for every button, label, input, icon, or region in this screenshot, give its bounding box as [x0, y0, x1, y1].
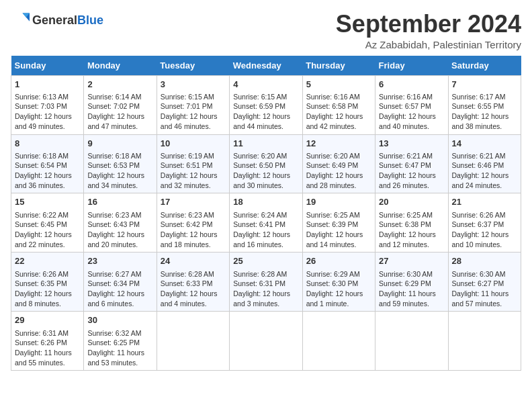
calendar-cell: 4Sunrise: 6:15 AM Sunset: 6:59 PM Daylig…	[230, 75, 302, 134]
day-number: 28	[452, 255, 517, 267]
day-info: Sunrise: 6:28 AM Sunset: 6:31 PM Dayligh…	[233, 269, 298, 309]
day-info: Sunrise: 6:19 AM Sunset: 6:51 PM Dayligh…	[161, 151, 226, 191]
calendar-cell	[302, 312, 375, 371]
day-info: Sunrise: 6:13 AM Sunset: 7:03 PM Dayligh…	[15, 92, 80, 132]
day-info: Sunrise: 6:23 AM Sunset: 6:42 PM Dayligh…	[161, 210, 226, 250]
calendar-cell	[448, 312, 521, 371]
day-number: 17	[161, 196, 226, 208]
day-info: Sunrise: 6:22 AM Sunset: 6:45 PM Dayligh…	[15, 210, 80, 250]
col-header-tuesday: Tuesday	[157, 56, 229, 76]
day-info: Sunrise: 6:29 AM Sunset: 6:30 PM Dayligh…	[306, 269, 371, 309]
day-info: Sunrise: 6:26 AM Sunset: 6:35 PM Dayligh…	[15, 269, 80, 309]
day-number: 27	[379, 255, 444, 267]
day-info: Sunrise: 6:21 AM Sunset: 6:46 PM Dayligh…	[452, 151, 517, 191]
calendar-cell: 3Sunrise: 6:15 AM Sunset: 7:01 PM Daylig…	[157, 75, 229, 134]
calendar-cell: 1Sunrise: 6:13 AM Sunset: 7:03 PM Daylig…	[11, 75, 84, 134]
calendar-cell: 24Sunrise: 6:28 AM Sunset: 6:33 PM Dayli…	[157, 253, 229, 312]
calendar-cell	[230, 312, 302, 371]
day-number: 22	[15, 255, 80, 267]
day-number: 15	[15, 196, 80, 208]
col-header-sunday: Sunday	[11, 56, 84, 76]
day-info: Sunrise: 6:24 AM Sunset: 6:41 PM Dayligh…	[233, 210, 298, 250]
month-title: September 2024	[336, 11, 521, 38]
day-info: Sunrise: 6:17 AM Sunset: 6:55 PM Dayligh…	[452, 92, 517, 132]
calendar-cell: 17Sunrise: 6:23 AM Sunset: 6:42 PM Dayli…	[157, 193, 229, 253]
day-number: 23	[87, 255, 152, 267]
header: GeneralBlue September 2024 Az Zababidah,…	[11, 11, 521, 50]
calendar-cell: 29Sunrise: 6:31 AM Sunset: 6:26 PM Dayli…	[11, 312, 84, 371]
logo: GeneralBlue	[11, 11, 103, 30]
calendar-cell	[375, 312, 448, 371]
generalblue-logo-icon	[11, 11, 30, 30]
day-number: 3	[161, 79, 226, 91]
day-info: Sunrise: 6:14 AM Sunset: 7:02 PM Dayligh…	[87, 92, 152, 132]
location-subtitle: Az Zababidah, Palestinian Territory	[336, 39, 521, 50]
day-number: 25	[233, 255, 298, 267]
day-number: 1	[15, 79, 80, 91]
col-header-monday: Monday	[84, 56, 157, 76]
calendar-cell: 20Sunrise: 6:25 AM Sunset: 6:38 PM Dayli…	[375, 193, 448, 253]
day-number: 16	[87, 196, 152, 208]
day-info: Sunrise: 6:30 AM Sunset: 6:29 PM Dayligh…	[379, 269, 444, 309]
calendar-cell: 30Sunrise: 6:32 AM Sunset: 6:25 PM Dayli…	[84, 312, 157, 371]
day-number: 26	[306, 255, 371, 267]
day-info: Sunrise: 6:15 AM Sunset: 6:59 PM Dayligh…	[233, 92, 298, 132]
day-info: Sunrise: 6:25 AM Sunset: 6:38 PM Dayligh…	[379, 210, 444, 250]
calendar-cell: 27Sunrise: 6:30 AM Sunset: 6:29 PM Dayli…	[375, 253, 448, 312]
day-info: Sunrise: 6:16 AM Sunset: 6:58 PM Dayligh…	[306, 92, 371, 132]
calendar-cell: 16Sunrise: 6:23 AM Sunset: 6:43 PM Dayli…	[84, 193, 157, 253]
day-number: 29	[15, 314, 80, 326]
calendar-cell: 15Sunrise: 6:22 AM Sunset: 6:45 PM Dayli…	[11, 193, 84, 253]
day-number: 19	[306, 196, 371, 208]
calendar-table: SundayMondayTuesdayWednesdayThursdayFrid…	[11, 56, 521, 371]
calendar-cell: 26Sunrise: 6:29 AM Sunset: 6:30 PM Dayli…	[302, 253, 375, 312]
calendar-cell: 5Sunrise: 6:16 AM Sunset: 6:58 PM Daylig…	[302, 75, 375, 134]
calendar-cell: 22Sunrise: 6:26 AM Sunset: 6:35 PM Dayli…	[11, 253, 84, 312]
calendar-cell: 9Sunrise: 6:18 AM Sunset: 6:53 PM Daylig…	[84, 134, 157, 193]
calendar-cell: 18Sunrise: 6:24 AM Sunset: 6:41 PM Dayli…	[230, 193, 302, 253]
day-info: Sunrise: 6:16 AM Sunset: 6:57 PM Dayligh…	[379, 92, 444, 132]
calendar-cell: 13Sunrise: 6:21 AM Sunset: 6:47 PM Dayli…	[375, 134, 448, 193]
day-number: 6	[379, 79, 444, 91]
day-number: 5	[306, 79, 371, 91]
day-number: 2	[87, 79, 152, 91]
calendar-cell: 8Sunrise: 6:18 AM Sunset: 6:54 PM Daylig…	[11, 134, 84, 193]
day-info: Sunrise: 6:27 AM Sunset: 6:34 PM Dayligh…	[87, 269, 152, 309]
day-number: 24	[161, 255, 226, 267]
day-number: 9	[87, 138, 152, 150]
logo-blue: Blue	[77, 13, 103, 27]
day-number: 30	[87, 314, 152, 326]
day-number: 11	[233, 138, 298, 150]
title-area: September 2024 Az Zababidah, Palestinian…	[336, 11, 521, 50]
day-number: 4	[233, 79, 298, 91]
logo-general: General	[32, 13, 77, 27]
day-info: Sunrise: 6:28 AM Sunset: 6:33 PM Dayligh…	[161, 269, 226, 309]
day-info: Sunrise: 6:26 AM Sunset: 6:37 PM Dayligh…	[452, 210, 517, 250]
day-info: Sunrise: 6:25 AM Sunset: 6:39 PM Dayligh…	[306, 210, 371, 250]
logo-text: GeneralBlue	[32, 14, 103, 27]
day-number: 20	[379, 196, 444, 208]
calendar-cell: 23Sunrise: 6:27 AM Sunset: 6:34 PM Dayli…	[84, 253, 157, 312]
day-number: 18	[233, 196, 298, 208]
day-number: 21	[452, 196, 517, 208]
calendar-cell: 14Sunrise: 6:21 AM Sunset: 6:46 PM Dayli…	[448, 134, 521, 193]
col-header-wednesday: Wednesday	[230, 56, 302, 76]
col-header-saturday: Saturday	[448, 56, 521, 76]
calendar-cell: 7Sunrise: 6:17 AM Sunset: 6:55 PM Daylig…	[448, 75, 521, 134]
day-info: Sunrise: 6:15 AM Sunset: 7:01 PM Dayligh…	[161, 92, 226, 132]
day-number: 14	[452, 138, 517, 150]
calendar-cell: 21Sunrise: 6:26 AM Sunset: 6:37 PM Dayli…	[448, 193, 521, 253]
day-info: Sunrise: 6:30 AM Sunset: 6:27 PM Dayligh…	[452, 269, 517, 309]
calendar-cell: 19Sunrise: 6:25 AM Sunset: 6:39 PM Dayli…	[302, 193, 375, 253]
col-header-thursday: Thursday	[302, 56, 375, 76]
day-info: Sunrise: 6:32 AM Sunset: 6:25 PM Dayligh…	[87, 328, 152, 368]
day-info: Sunrise: 6:23 AM Sunset: 6:43 PM Dayligh…	[87, 210, 152, 250]
calendar-cell: 25Sunrise: 6:28 AM Sunset: 6:31 PM Dayli…	[230, 253, 302, 312]
day-number: 12	[306, 138, 371, 150]
day-number: 10	[161, 138, 226, 150]
calendar-cell: 11Sunrise: 6:20 AM Sunset: 6:50 PM Dayli…	[230, 134, 302, 193]
day-info: Sunrise: 6:18 AM Sunset: 6:54 PM Dayligh…	[15, 151, 80, 191]
day-info: Sunrise: 6:20 AM Sunset: 6:50 PM Dayligh…	[233, 151, 298, 191]
day-number: 7	[452, 79, 517, 91]
day-number: 8	[15, 138, 80, 150]
